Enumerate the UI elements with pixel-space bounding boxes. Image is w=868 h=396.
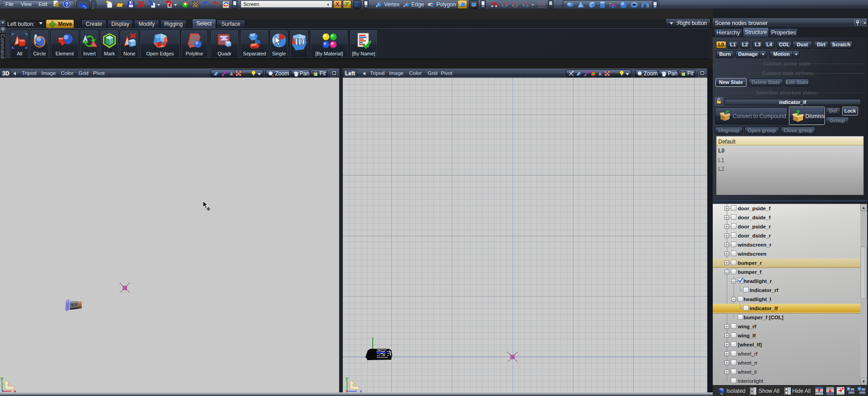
- svg-text:y: y: [0, 376, 4, 381]
- svg-text:?: ?: [65, 1, 69, 7]
- svg-text:ID: ID: [295, 37, 305, 47]
- svg-text:y: y: [345, 376, 349, 381]
